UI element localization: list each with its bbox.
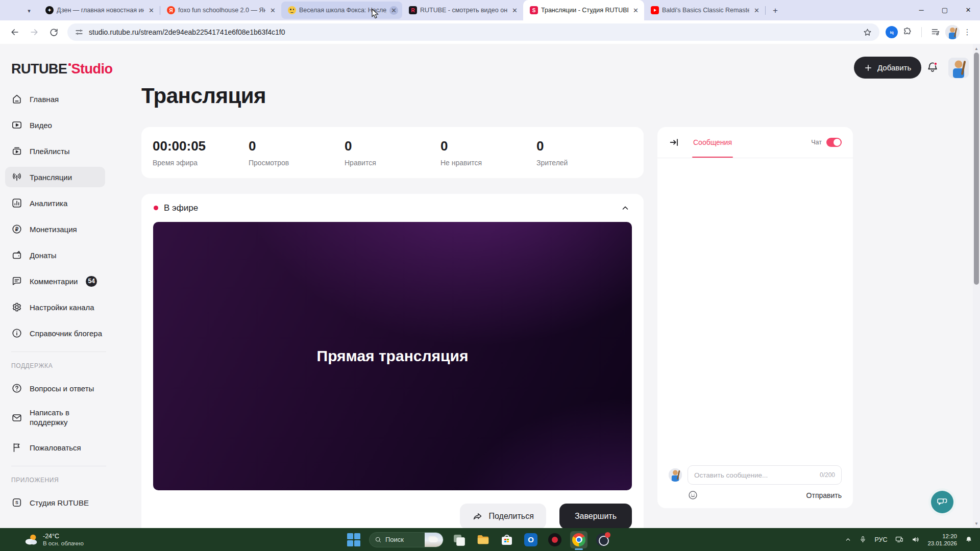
sidebar-item-video[interactable]: Видео: [5, 115, 105, 135]
address-bar[interactable]: studio.rutube.ru/stream/2de94eab22541741…: [67, 23, 879, 41]
microphone-tray-icon[interactable]: [859, 536, 867, 543]
chat-panel: Сообщения Чат 0/200: [657, 127, 853, 508]
sidebar-item-channel-settings[interactable]: Настройки канала: [5, 297, 105, 317]
emoji-smiley-icon[interactable]: [688, 490, 698, 500]
rutube-studio-logo[interactable]: RUTUBE Studio: [11, 62, 115, 76]
tab-search-button[interactable]: ▾: [22, 4, 36, 17]
studio-profile-avatar[interactable]: [948, 58, 969, 78]
url-text[interactable]: studio.rutube.ru/stream/2de94eab22541741…: [89, 28, 863, 36]
scroll-down-icon[interactable]: ▼: [973, 520, 980, 527]
new-tab-button[interactable]: +: [769, 4, 782, 17]
tab-veselaya-shkola[interactable]: Веселая школа Фокса: Наслед ✕: [281, 2, 402, 19]
yandex-favicon-icon: Я: [167, 6, 175, 14]
taskbar-search[interactable]: Поиск: [369, 532, 444, 547]
tab-close-icon[interactable]: ✕: [147, 6, 156, 15]
sidebar-item-home[interactable]: Главная: [5, 89, 105, 109]
sidebar-item-label: Видео: [30, 121, 52, 130]
tab-close-icon[interactable]: ✕: [752, 6, 761, 15]
forward-button[interactable]: [26, 23, 43, 41]
tab-messages[interactable]: Сообщения: [693, 138, 732, 146]
mail-icon: [11, 412, 22, 423]
window-minimize-button[interactable]: ─: [910, 0, 933, 19]
send-message-button[interactable]: Отправить: [806, 491, 842, 499]
notifications-tray-bell-icon[interactable]: [965, 536, 973, 544]
browser-menu-icon[interactable]: ⋮: [960, 24, 975, 40]
bookmark-star-icon[interactable]: [863, 28, 872, 37]
page-scrollbar[interactable]: ▲ ▼: [973, 44, 980, 528]
sidebar-item-label: Вопросы и ответы: [30, 384, 94, 393]
analytics-icon: [11, 197, 22, 209]
chat-message-input[interactable]: [694, 471, 816, 479]
sidebar-item-label: Трансляции: [30, 173, 72, 182]
chat-toggle[interactable]: [826, 138, 842, 147]
tray-overflow-chevron-icon[interactable]: [845, 536, 851, 543]
window-maximize-button[interactable]: ▢: [933, 0, 957, 19]
obs-notification-badge: [605, 532, 610, 538]
page-title: Трансляция: [141, 84, 266, 108]
collapse-chevron-up-icon[interactable]: [619, 202, 631, 214]
volume-tray-icon[interactable]: [911, 535, 920, 544]
obs-button[interactable]: [594, 531, 611, 548]
tab-rutube-studio[interactable]: S Трансляции - Студия RUTUBE ✕: [523, 0, 644, 20]
sidebar-item-streams[interactable]: Трансляции: [5, 167, 105, 187]
back-button[interactable]: [6, 23, 23, 41]
sidebar-item-monetization[interactable]: ₽ Монетизация: [5, 219, 105, 239]
sidebar-item-write-support[interactable]: Написать в поддержку: [5, 404, 105, 432]
weather-widget[interactable]: -24°C В осн. облачно: [23, 528, 84, 551]
tab-close-icon[interactable]: ✕: [389, 6, 398, 15]
tab-close-icon[interactable]: ✕: [510, 6, 519, 15]
site-settings-icon[interactable]: [75, 28, 84, 37]
outlook-button[interactable]: O: [522, 531, 540, 548]
task-view-button[interactable]: [450, 531, 468, 548]
browser-profile-avatar[interactable]: [945, 25, 960, 39]
collapse-chat-icon[interactable]: [669, 137, 680, 148]
sidebar-item-studio-app[interactable]: S Студия RUTUBE: [5, 492, 105, 513]
tab-dzen[interactable]: ✦ Дзен — главная новостная ин ✕: [39, 0, 160, 20]
sidebar-item-blogger-guide[interactable]: Справочник блогера: [5, 323, 105, 343]
tab-rutube[interactable]: R RUTUBE - смотреть видео он ✕: [402, 0, 523, 20]
chat-message-input-box[interactable]: 0/200: [688, 465, 842, 485]
share-button[interactable]: Поделиться: [460, 504, 546, 528]
extensions-puzzle-icon[interactable]: [899, 23, 916, 41]
add-button-label: Добавить: [877, 63, 911, 72]
clock[interactable]: 12:20 23.01.2026: [927, 533, 957, 547]
mouse-cursor: [371, 9, 380, 19]
window-close-button[interactable]: ✕: [957, 0, 980, 19]
media-controls-icon[interactable]: [927, 23, 944, 41]
wallet-icon: [11, 249, 22, 261]
search-highlight-image[interactable]: [425, 533, 443, 547]
tab-baldis-basics[interactable]: Baldi's Basics Classic Remastere ✕: [644, 0, 765, 20]
tab-close-icon[interactable]: ✕: [631, 6, 640, 15]
studio-favicon-icon: S: [530, 6, 538, 14]
notifications-bell-icon[interactable]: [925, 60, 940, 75]
support-chat-floating-button[interactable]: [931, 491, 953, 513]
start-button[interactable]: [345, 531, 362, 548]
sidebar-item-faq[interactable]: Вопросы и ответы: [5, 378, 105, 398]
tab-foxo-search[interactable]: Я foxo fun schoolhouse 2.0 — Ян ✕: [160, 0, 281, 20]
sidebar-item-label: Настройки канала: [30, 303, 94, 312]
extension-icon[interactable]: iq: [886, 26, 898, 38]
network-tray-icon[interactable]: [895, 535, 903, 544]
finish-stream-button[interactable]: Завершить: [559, 504, 632, 528]
sidebar-item-analytics[interactable]: Аналитика: [5, 193, 105, 213]
add-button[interactable]: Добавить: [854, 57, 921, 79]
scroll-up-icon[interactable]: ▲: [973, 45, 980, 52]
chrome-button[interactable]: [570, 531, 587, 548]
sidebar-item-playlists[interactable]: Плейлисты: [5, 141, 105, 161]
dzen-favicon-icon: ✦: [45, 6, 54, 14]
file-explorer-button[interactable]: [474, 531, 492, 548]
video-icon: [11, 119, 22, 131]
svg-text:₽: ₽: [15, 227, 19, 232]
stream-video-player[interactable]: Прямая трансляция: [153, 222, 632, 490]
language-indicator[interactable]: РУС: [874, 536, 887, 543]
sidebar-item-donations[interactable]: Донаты: [5, 245, 105, 265]
sidebar-item-report[interactable]: Пожаловаться: [5, 437, 105, 458]
recorder-app-button[interactable]: [546, 531, 564, 548]
sidebar-item-comments[interactable]: Комментарии 54: [5, 271, 105, 291]
reload-button[interactable]: [45, 23, 62, 41]
tab-title: RUTUBE - смотреть видео он: [420, 7, 507, 14]
tab-close-icon[interactable]: ✕: [268, 6, 277, 15]
chat-bubbles-icon: [936, 496, 948, 508]
scrollbar-thumb[interactable]: [974, 53, 979, 285]
microsoft-store-button[interactable]: [498, 531, 516, 548]
